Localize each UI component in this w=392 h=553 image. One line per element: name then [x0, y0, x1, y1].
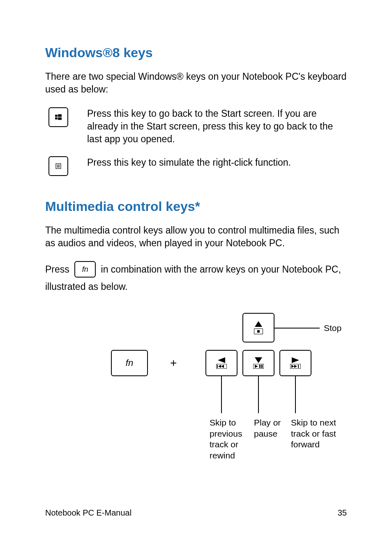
svg-marker-18 — [255, 365, 258, 368]
windows-key-row-1: Press this key to go back to the Start s… — [45, 107, 347, 146]
heading-multimedia-keys: Multimedia control keys* — [45, 199, 347, 214]
context-menu-key-description: Press this key to simulate the right-cli… — [87, 156, 347, 169]
fn-key-big-icon: fn — [111, 350, 148, 376]
prev-label: Skip to previous track or rewind — [210, 417, 255, 462]
stop-key-icon — [242, 313, 274, 342]
svg-rect-10 — [257, 330, 260, 333]
windows-key-row-2: Press this key to simulate the right-cli… — [45, 156, 347, 176]
svg-marker-14 — [218, 365, 221, 368]
svg-marker-21 — [292, 357, 299, 363]
multimedia-intro: The multimedia control keys allow you to… — [45, 224, 347, 250]
svg-marker-8 — [255, 321, 262, 327]
svg-marker-24 — [294, 365, 297, 368]
fn-combination-sentence: Press fn in combination with the arrow k… — [45, 261, 347, 295]
plus-symbol: + — [170, 356, 177, 370]
svg-rect-3 — [58, 118, 62, 120]
svg-rect-25 — [298, 365, 299, 368]
svg-rect-19 — [259, 365, 261, 368]
multimedia-keys-diagram: fn + Stop — [86, 313, 374, 465]
windows-key-description: Press this key to go back to the Start s… — [87, 107, 347, 146]
svg-marker-16 — [255, 357, 262, 363]
context-menu-key-icon — [48, 156, 68, 176]
svg-rect-2 — [55, 118, 58, 120]
windows-logo-key-icon — [48, 107, 68, 127]
next-key-icon — [279, 350, 311, 376]
footer-doc-title: Notebook PC E-Manual — [45, 508, 131, 518]
svg-rect-0 — [55, 115, 58, 117]
press-text-pre: Press — [45, 264, 72, 275]
svg-rect-20 — [261, 365, 263, 368]
svg-rect-13 — [217, 365, 218, 368]
svg-marker-11 — [218, 357, 225, 363]
svg-marker-15 — [221, 365, 224, 368]
windows-keys-intro: There are two special Windows® keys on y… — [45, 70, 347, 96]
stop-label: Stop — [324, 323, 341, 334]
footer-page-number: 35 — [338, 508, 347, 518]
prev-key-icon — [205, 350, 238, 376]
play-pause-label: Play or pause — [254, 417, 291, 440]
next-label: Skip to next track or fast forward — [291, 417, 340, 451]
heading-windows-keys: Windows®8 keys — [45, 45, 347, 60]
svg-marker-23 — [291, 365, 294, 368]
play-pause-key-icon — [242, 350, 274, 376]
fn-key-inline-icon: fn — [74, 261, 96, 278]
svg-rect-1 — [58, 114, 62, 117]
